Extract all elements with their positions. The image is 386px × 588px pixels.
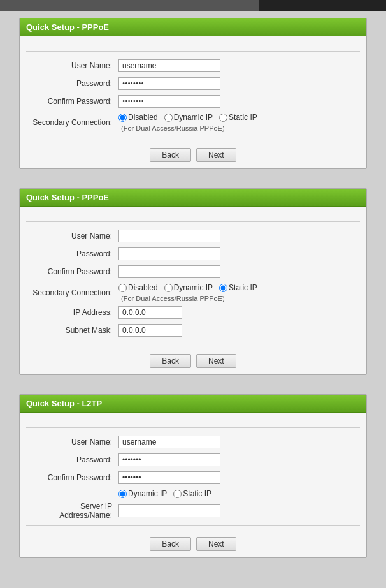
p2-static-radio[interactable] [219,284,227,292]
p3-dynamic-radio[interactable] [118,490,127,498]
username-input[interactable] [118,59,220,72]
p2-password-label: Password: [26,249,118,258]
p3-confirm-row: Confirm Password: [26,471,360,484]
p2-confirm-input[interactable] [118,265,220,278]
p2-subnet-input[interactable] [118,324,182,337]
disabled-radio[interactable] [118,114,127,122]
p2-username-row: User Name: [26,230,360,242]
panel2-buttons: Back Next [26,349,360,368]
p3-connection-type-row: Dynamic IP Static IP [26,489,360,498]
p2-secondary-row: Secondary Connection: Disabled Dynamic I… [26,283,360,302]
panel-pppoe-static: Quick Setup - PPPoE User Name: Password:… [19,188,367,375]
p2-static-label: Static IP [229,283,257,292]
password-input[interactable] [118,77,220,90]
p2-secondary-group: Disabled Dynamic IP Static IP (For Dual … [118,283,360,302]
p3-confirm-label: Confirm Password: [26,473,118,482]
p3-dynamic-option[interactable]: Dynamic IP [118,489,167,498]
username-row: User Name: [26,59,360,72]
p2-subnet-label: Subnet Mask: [26,326,118,335]
panel-l2tp: Quick Setup - L2TP User Name: Password: … [19,394,367,558]
panel3-title: Quick Setup - L2TP [20,395,366,413]
p2-secondary-note: (For Dual Access/Russia PPPoE) [121,295,225,302]
p3-server-row: Server IP Address/Name: [26,502,360,520]
p3-server-input[interactable] [118,504,220,517]
panel2-bottom-divider [26,342,360,342]
panel2-divider [26,221,360,222]
p2-disabled-option[interactable]: Disabled [118,283,158,292]
p2-ip-label: IP Address: [26,308,118,317]
panel3-bottom-divider [26,525,360,526]
secondary-label: Secondary Connection: [26,118,118,127]
p2-password-row: Password: [26,247,360,260]
panel1-title: Quick Setup - PPPoE [20,18,366,36]
page-content: Quick Setup - PPPoE User Name: Password:… [0,11,386,584]
password-label: Password: [26,79,118,88]
secondary-note: (For Dual Access/Russia PPPoE) [121,124,225,132]
panel3-next-button[interactable]: Next [196,537,236,551]
confirm-password-input[interactable] [118,95,220,108]
dynamic-ip-label: Dynamic IP [174,113,213,122]
panel2-body: User Name: Password: Confirm Password: S… [20,207,366,374]
panel2-back-button[interactable]: Back [150,354,191,368]
panel3-divider [26,427,360,428]
panel2-next-button[interactable]: Next [196,354,236,368]
panel3-body: User Name: Password: Confirm Password: D… [20,413,366,557]
p3-static-radio[interactable] [173,490,182,498]
disabled-option[interactable]: Disabled [118,113,158,122]
top-bar [0,0,386,11]
p3-confirm-input[interactable] [118,471,220,484]
p2-dynamic-label: Dynamic IP [174,283,213,292]
panel3-buttons: Back Next [26,532,360,551]
panel1-divider [26,51,360,52]
disabled-label: Disabled [128,113,158,122]
password-row: Password: [26,77,360,90]
panel1-buttons: Back Next [26,143,360,162]
dynamic-ip-option[interactable]: Dynamic IP [164,113,213,122]
username-label: User Name: [26,61,118,70]
panel3-back-button[interactable]: Back [150,537,191,551]
p2-ip-row: IP Address: [26,306,360,319]
p3-connection-group: Dynamic IP Static IP [118,489,215,498]
p2-confirm-label: Confirm Password: [26,267,118,276]
p3-password-label: Password: [26,455,118,464]
static-ip-option[interactable]: Static IP [219,113,257,122]
p3-server-label: Server IP Address/Name: [26,502,118,520]
p3-dynamic-label: Dynamic IP [128,489,167,498]
panel1-next-button[interactable]: Next [196,148,236,162]
p3-username-row: User Name: [26,436,360,448]
secondary-connection-row: Secondary Connection: Disabled Dynamic I… [26,113,360,132]
panel2-title: Quick Setup - PPPoE [20,189,366,207]
p2-password-input[interactable] [118,247,220,260]
secondary-radio-group: Disabled Dynamic IP Static IP (For Dual … [118,113,360,132]
p2-ip-input[interactable] [118,306,182,319]
p3-username-label: User Name: [26,437,118,446]
p2-username-label: User Name: [26,232,118,240]
confirm-password-label: Confirm Password: [26,97,118,106]
static-ip-label: Static IP [229,113,257,122]
p2-secondary-label: Secondary Connection: [26,288,118,297]
p2-disabled-label: Disabled [128,283,158,292]
panel1-back-button[interactable]: Back [150,148,191,162]
p3-password-row: Password: [26,453,360,466]
p2-dynamic-radio[interactable] [164,284,173,292]
p2-disabled-radio[interactable] [118,284,127,292]
confirm-password-row: Confirm Password: [26,95,360,108]
dynamic-ip-radio[interactable] [164,114,173,122]
p2-dynamic-option[interactable]: Dynamic IP [164,283,213,292]
panel1-bottom-divider [26,136,360,136]
p2-static-option[interactable]: Static IP [219,283,257,292]
p2-username-input[interactable] [118,230,220,242]
panel1-body: User Name: Password: Confirm Password: S… [20,36,366,168]
p3-static-option[interactable]: Static IP [173,489,211,498]
panel-pppoe-filled: Quick Setup - PPPoE User Name: Password:… [19,18,367,169]
top-bar-right [259,0,386,11]
p3-static-label: Static IP [183,489,211,498]
p3-username-input[interactable] [118,436,220,448]
static-ip-radio[interactable] [219,114,227,122]
p2-confirm-row: Confirm Password: [26,265,360,278]
p2-subnet-row: Subnet Mask: [26,324,360,337]
p3-password-input[interactable] [118,453,220,466]
